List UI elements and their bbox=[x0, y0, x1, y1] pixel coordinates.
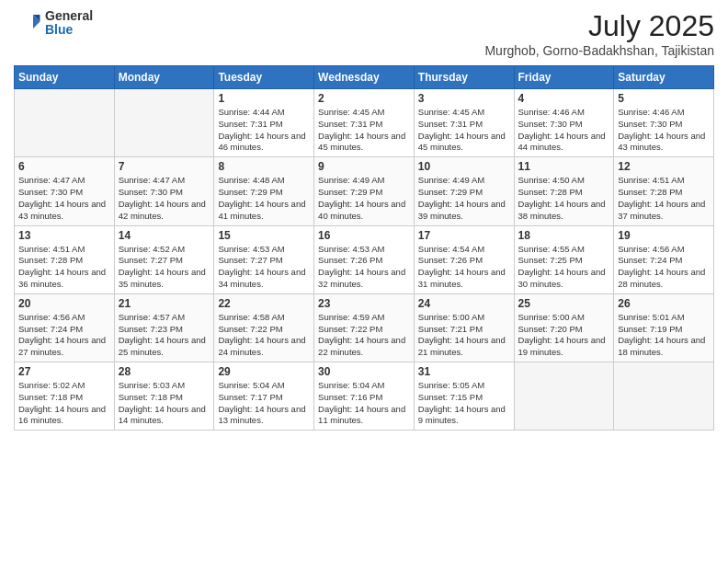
calendar-day-cell: 7Sunrise: 4:47 AMSunset: 7:30 PMDaylight… bbox=[114, 157, 214, 225]
day-number: 15 bbox=[218, 229, 310, 242]
day-number: 12 bbox=[618, 160, 710, 173]
day-number: 1 bbox=[218, 92, 310, 105]
day-number: 18 bbox=[518, 229, 610, 242]
calendar-day-cell: 18Sunrise: 4:55 AMSunset: 7:25 PMDayligh… bbox=[514, 225, 614, 293]
calendar-day-header: Friday bbox=[514, 66, 614, 89]
day-number: 22 bbox=[218, 297, 310, 310]
day-number: 13 bbox=[18, 229, 110, 242]
day-number: 23 bbox=[318, 297, 410, 310]
calendar-day-cell: 11Sunrise: 4:50 AMSunset: 7:28 PMDayligh… bbox=[514, 157, 614, 225]
day-detail: Sunrise: 4:49 AMSunset: 7:29 PMDaylight:… bbox=[418, 175, 510, 222]
calendar-day-cell: 3Sunrise: 4:45 AMSunset: 7:31 PMDaylight… bbox=[414, 89, 514, 157]
day-detail: Sunrise: 4:45 AMSunset: 7:31 PMDaylight:… bbox=[418, 107, 510, 154]
calendar-day-cell: 6Sunrise: 4:47 AMSunset: 7:30 PMDaylight… bbox=[15, 157, 115, 225]
header: General Blue July 2025 Murghob, Gorno-Ba… bbox=[14, 9, 714, 58]
calendar-day-cell: 8Sunrise: 4:48 AMSunset: 7:29 PMDaylight… bbox=[214, 157, 314, 225]
day-detail: Sunrise: 4:51 AMSunset: 7:28 PMDaylight:… bbox=[618, 175, 710, 222]
calendar-day-cell bbox=[15, 89, 115, 157]
day-detail: Sunrise: 4:55 AMSunset: 7:25 PMDaylight:… bbox=[518, 244, 610, 291]
day-detail: Sunrise: 4:48 AMSunset: 7:29 PMDaylight:… bbox=[218, 175, 310, 222]
calendar-day-cell: 25Sunrise: 5:00 AMSunset: 7:20 PMDayligh… bbox=[514, 293, 614, 362]
day-detail: Sunrise: 4:57 AMSunset: 7:23 PMDaylight:… bbox=[119, 312, 210, 359]
calendar-day-cell: 12Sunrise: 4:51 AMSunset: 7:28 PMDayligh… bbox=[614, 157, 714, 225]
calendar-day-cell: 28Sunrise: 5:03 AMSunset: 7:18 PMDayligh… bbox=[114, 362, 214, 431]
day-number: 31 bbox=[418, 365, 510, 378]
calendar-week-row: 1Sunrise: 4:44 AMSunset: 7:31 PMDaylight… bbox=[15, 89, 714, 157]
calendar-day-header: Thursday bbox=[414, 66, 514, 89]
day-number: 2 bbox=[318, 92, 410, 105]
calendar-day-header: Monday bbox=[114, 66, 214, 89]
calendar-week-row: 6Sunrise: 4:47 AMSunset: 7:30 PMDaylight… bbox=[15, 157, 714, 225]
day-detail: Sunrise: 5:05 AMSunset: 7:15 PMDaylight:… bbox=[418, 380, 510, 427]
day-detail: Sunrise: 4:58 AMSunset: 7:22 PMDaylight:… bbox=[218, 312, 310, 359]
calendar-day-cell: 30Sunrise: 5:04 AMSunset: 7:16 PMDayligh… bbox=[314, 362, 415, 431]
month-year: July 2025 bbox=[484, 9, 714, 43]
calendar-day-cell: 1Sunrise: 4:44 AMSunset: 7:31 PMDaylight… bbox=[214, 89, 314, 157]
day-detail: Sunrise: 5:04 AMSunset: 7:16 PMDaylight:… bbox=[318, 380, 410, 427]
day-detail: Sunrise: 4:54 AMSunset: 7:26 PMDaylight:… bbox=[418, 244, 510, 291]
calendar-table: SundayMondayTuesdayWednesdayThursdayFrid… bbox=[14, 65, 714, 431]
logo-icon bbox=[14, 9, 41, 37]
calendar-day-cell: 2Sunrise: 4:45 AMSunset: 7:31 PMDaylight… bbox=[314, 89, 415, 157]
day-number: 19 bbox=[618, 229, 710, 242]
day-detail: Sunrise: 4:56 AMSunset: 7:24 PMDaylight:… bbox=[18, 312, 110, 359]
day-number: 10 bbox=[418, 160, 510, 173]
calendar-day-cell: 15Sunrise: 4:53 AMSunset: 7:27 PMDayligh… bbox=[214, 225, 314, 293]
calendar-day-cell: 20Sunrise: 4:56 AMSunset: 7:24 PMDayligh… bbox=[15, 293, 115, 362]
day-number: 14 bbox=[119, 229, 210, 242]
day-number: 25 bbox=[518, 297, 610, 310]
day-number: 21 bbox=[119, 297, 210, 310]
calendar-day-cell: 22Sunrise: 4:58 AMSunset: 7:22 PMDayligh… bbox=[214, 293, 314, 362]
day-detail: Sunrise: 5:04 AMSunset: 7:17 PMDaylight:… bbox=[218, 380, 310, 427]
calendar-day-cell bbox=[114, 89, 214, 157]
day-detail: Sunrise: 4:46 AMSunset: 7:30 PMDaylight:… bbox=[518, 107, 610, 154]
day-detail: Sunrise: 4:53 AMSunset: 7:27 PMDaylight:… bbox=[218, 244, 310, 291]
day-number: 20 bbox=[18, 297, 110, 310]
day-detail: Sunrise: 4:52 AMSunset: 7:27 PMDaylight:… bbox=[119, 244, 210, 291]
day-number: 8 bbox=[218, 160, 310, 173]
day-number: 3 bbox=[418, 92, 510, 105]
day-number: 7 bbox=[119, 160, 210, 173]
day-detail: Sunrise: 5:03 AMSunset: 7:18 PMDaylight:… bbox=[119, 380, 210, 427]
location: Murghob, Gorno-Badakhshan, Tajikistan bbox=[484, 43, 714, 58]
calendar-day-header: Saturday bbox=[614, 66, 714, 89]
day-detail: Sunrise: 4:53 AMSunset: 7:26 PMDaylight:… bbox=[318, 244, 410, 291]
calendar-week-row: 13Sunrise: 4:51 AMSunset: 7:28 PMDayligh… bbox=[15, 225, 714, 293]
day-detail: Sunrise: 4:46 AMSunset: 7:30 PMDaylight:… bbox=[618, 107, 710, 154]
calendar-day-cell: 16Sunrise: 4:53 AMSunset: 7:26 PMDayligh… bbox=[314, 225, 415, 293]
day-number: 26 bbox=[618, 297, 710, 310]
day-number: 30 bbox=[318, 365, 410, 378]
logo: General Blue bbox=[14, 9, 93, 38]
day-detail: Sunrise: 4:49 AMSunset: 7:29 PMDaylight:… bbox=[318, 175, 410, 222]
calendar-day-cell: 27Sunrise: 5:02 AMSunset: 7:18 PMDayligh… bbox=[15, 362, 115, 431]
calendar-day-cell: 21Sunrise: 4:57 AMSunset: 7:23 PMDayligh… bbox=[114, 293, 214, 362]
calendar-day-cell: 10Sunrise: 4:49 AMSunset: 7:29 PMDayligh… bbox=[414, 157, 514, 225]
calendar-day-header: Sunday bbox=[15, 66, 115, 89]
calendar-day-cell bbox=[514, 362, 614, 431]
day-detail: Sunrise: 4:59 AMSunset: 7:22 PMDaylight:… bbox=[318, 312, 410, 359]
page: General Blue July 2025 Murghob, Gorno-Ba… bbox=[0, 0, 728, 563]
day-number: 27 bbox=[18, 365, 110, 378]
calendar-day-cell: 5Sunrise: 4:46 AMSunset: 7:30 PMDaylight… bbox=[614, 89, 714, 157]
day-detail: Sunrise: 4:56 AMSunset: 7:24 PMDaylight:… bbox=[618, 244, 710, 291]
calendar-day-cell: 9Sunrise: 4:49 AMSunset: 7:29 PMDaylight… bbox=[314, 157, 415, 225]
calendar-day-cell bbox=[614, 362, 714, 431]
logo-general: General bbox=[45, 9, 93, 23]
day-detail: Sunrise: 5:00 AMSunset: 7:20 PMDaylight:… bbox=[518, 312, 610, 359]
calendar-day-cell: 19Sunrise: 4:56 AMSunset: 7:24 PMDayligh… bbox=[614, 225, 714, 293]
day-number: 11 bbox=[518, 160, 610, 173]
calendar-day-cell: 29Sunrise: 5:04 AMSunset: 7:17 PMDayligh… bbox=[214, 362, 314, 431]
calendar-header-row: SundayMondayTuesdayWednesdayThursdayFrid… bbox=[15, 66, 714, 89]
day-number: 17 bbox=[418, 229, 510, 242]
logo-blue: Blue bbox=[45, 23, 93, 37]
calendar-day-cell: 31Sunrise: 5:05 AMSunset: 7:15 PMDayligh… bbox=[414, 362, 514, 431]
calendar-week-row: 20Sunrise: 4:56 AMSunset: 7:24 PMDayligh… bbox=[15, 293, 714, 362]
day-number: 28 bbox=[119, 365, 210, 378]
day-number: 24 bbox=[418, 297, 510, 310]
day-detail: Sunrise: 4:44 AMSunset: 7:31 PMDaylight:… bbox=[218, 107, 310, 154]
calendar-day-header: Tuesday bbox=[214, 66, 314, 89]
title-block: July 2025 Murghob, Gorno-Badakhshan, Taj… bbox=[484, 9, 714, 58]
day-detail: Sunrise: 4:45 AMSunset: 7:31 PMDaylight:… bbox=[318, 107, 410, 154]
day-number: 6 bbox=[18, 160, 110, 173]
calendar-day-cell: 24Sunrise: 5:00 AMSunset: 7:21 PMDayligh… bbox=[414, 293, 514, 362]
